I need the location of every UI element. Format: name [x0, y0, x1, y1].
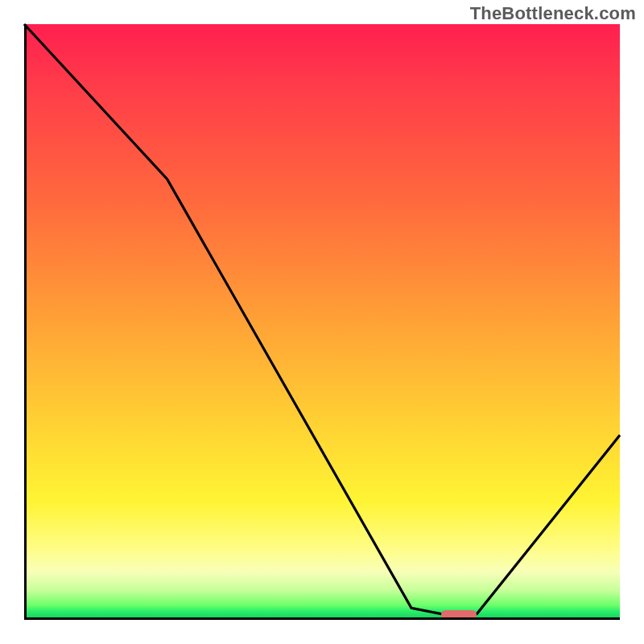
curve-svg — [24, 24, 620, 620]
y-axis — [24, 24, 27, 620]
plot-area — [24, 24, 620, 620]
chart-container: TheBottleneck.com — [0, 0, 644, 644]
x-axis — [24, 617, 620, 620]
bottleneck-curve — [24, 24, 620, 614]
watermark-text: TheBottleneck.com — [470, 3, 636, 24]
